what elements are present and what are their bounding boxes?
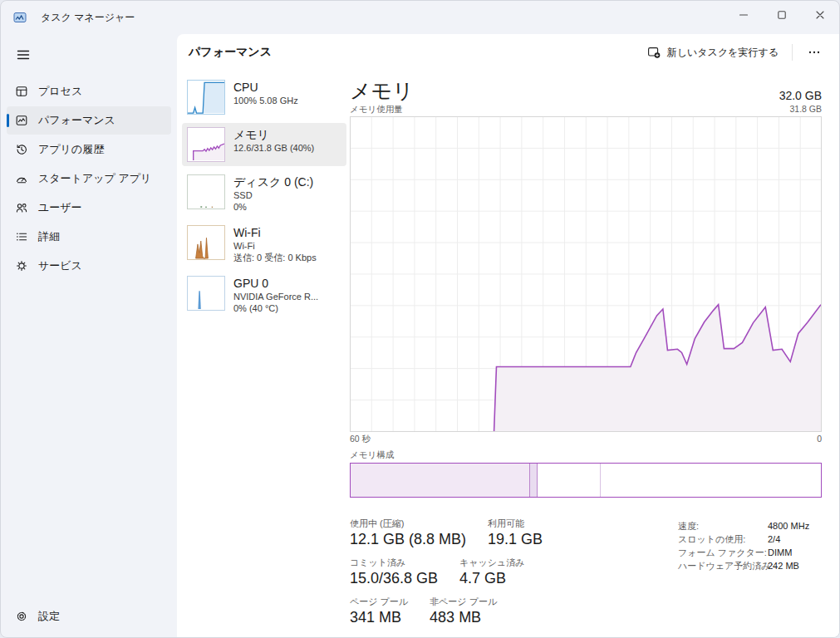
toolbar-divider [792,44,793,61]
perf-tile-cpu[interactable]: CPU 100% 5.08 GHz [182,76,346,119]
sidebar-item-label: ユーザー [38,200,82,215]
memory-composition-bar [350,463,822,498]
minimize-button[interactable] [725,1,763,29]
close-button[interactable] [801,1,839,29]
hardware-info: 速度: 4800 MHz スロットの使用: 2/4 フォーム ファクター: DI… [678,519,809,572]
memory-title: メモリ [350,79,414,102]
composition-segment-modified [530,464,538,497]
disk-mini-chart [187,174,225,209]
sidebar-item-users[interactable]: ユーザー [7,194,171,222]
stat-label: コミット済み [350,557,438,569]
tile-stat: 12.6/31.8 GB (40%) [233,142,314,154]
sidebar-item-services[interactable]: サービス [7,252,171,280]
task-manager-window: タスク マネージャー プロセス パフォーマンス [0,0,840,638]
sidebar-item-details[interactable]: 詳細 [7,223,171,251]
hw-form-factor: フォーム ファクター: DIMM [678,546,809,559]
hw-value: 2/4 [768,534,780,544]
stat-label: ページ プール [350,596,408,608]
memory-mini-chart [187,127,225,162]
tile-stat: Wi-Fi [233,240,317,252]
gpu-mini-chart [187,276,225,311]
memory-usage-chart [350,116,822,432]
close-icon [814,9,826,21]
content-panel: パフォーマンス 新しいタスクを実行する CPU [177,34,839,637]
hw-speed: 速度: 4800 MHz [678,519,809,532]
sidebar-item-label: アプリの履歴 [38,142,104,157]
perf-tile-disk[interactable]: ディスク 0 (C:) SSD 0% [182,170,346,217]
processes-icon [15,85,28,98]
sidebar-item-label: 設定 [38,609,60,624]
stat-in-use-compressed: 使用中 (圧縮) 12.1 GB (8.8 MB) [350,518,466,549]
speedometer-icon [15,172,28,185]
x-axis-right-label: 0 [817,434,822,444]
window-title: タスク マネージャー [41,11,135,25]
composition-segment-free [601,464,821,497]
stat-value: 483 MB [430,608,497,627]
content-header: パフォーマンス 新しいタスクを実行する [177,34,839,71]
window-controls [725,1,839,34]
tile-stat: 0% (40 °C) [233,302,318,314]
performance-tile-list: CPU 100% 5.08 GHz メモリ 12.6/31.8 GB (40%) [182,76,346,322]
perf-tile-memory[interactable]: メモリ 12.6/31.8 GB (40%) [182,123,346,166]
stat-available: 利用可能 19.1 GB [488,518,543,549]
composition-caption: メモリ構成 [350,449,822,460]
stat-label: キャッシュ済み [459,557,525,569]
sidebar: プロセス パフォーマンス アプリの履歴 スタートアップ アプリ ユーザー 詳細 … [1,34,177,637]
minimize-icon [738,9,749,21]
hw-value: 4800 MHz [768,521,809,531]
memory-detail-panel: メモリ 32.0 GB メモリ使用量 31.8 GB 60 秒 0 メモリ構成 [350,79,822,635]
stat-value: 19.1 GB [488,530,543,549]
sidebar-item-app-history[interactable]: アプリの履歴 [7,135,171,164]
perf-tile-gpu[interactable]: GPU 0 NVIDIA GeForce R... 0% (40 °C) [182,272,346,318]
sidebar-item-performance[interactable]: パフォーマンス [7,106,171,135]
memory-total-capacity: 32.0 GB [779,89,822,102]
hw-label: 速度: [678,520,761,532]
sidebar-item-label: 詳細 [38,229,60,244]
x-axis-left-label: 60 秒 [350,434,371,444]
tile-name: GPU 0 [233,276,318,291]
stat-non-paged-pool: 非ページ プール 483 MB [430,596,497,627]
tile-name: メモリ [233,127,314,142]
sidebar-item-label: パフォーマンス [38,113,115,128]
sidebar-item-processes[interactable]: プロセス [7,77,171,106]
users-icon [15,201,28,214]
hw-hardware-reserved: ハードウェア予約済み: 242 MB [678,559,809,572]
performance-icon [15,114,28,127]
sidebar-item-settings[interactable]: 設定 [7,602,171,631]
page-title: パフォーマンス [189,45,272,60]
stat-value: 341 MB [350,608,408,627]
maximize-button[interactable] [763,1,801,29]
tile-stat: 送信: 0 受信: 0 Kbps [233,252,317,263]
history-clock-icon [15,143,28,156]
sidebar-item-label: プロセス [38,84,82,99]
task-manager-icon [13,11,27,24]
settings-gear-icon [15,610,28,623]
tile-name: CPU [233,80,298,95]
sidebar-item-label: スタートアップ アプリ [38,171,151,186]
composition-segment-in-use [351,464,530,497]
titlebar: タスク マネージャー [1,1,839,34]
maximize-icon [776,9,788,21]
new-task-icon [647,46,661,59]
tile-stat: 100% 5.08 GHz [233,95,298,106]
nav-menu-button[interactable] [7,41,39,69]
list-icon [15,230,28,243]
stat-cached: キャッシュ済み 4.7 GB [459,557,525,588]
services-gear-icon [15,259,28,272]
sidebar-item-startup-apps[interactable]: スタートアップ アプリ [7,164,171,193]
stat-label: 非ページ プール [430,596,497,608]
run-new-task-button[interactable]: 新しいタスクを実行する [639,41,787,65]
cpu-mini-chart [187,80,225,115]
run-new-task-label: 新しいタスクを実行する [667,46,779,60]
tile-stat: 0% [233,201,313,213]
composition-segment-standby [538,464,601,497]
hamburger-icon [16,47,31,62]
more-options-button[interactable] [798,41,831,64]
tile-name: Wi-Fi [233,225,317,240]
ellipsis-icon [808,46,821,59]
stat-paged-pool: ページ プール 341 MB [350,596,408,627]
perf-tile-wifi[interactable]: Wi-Fi Wi-Fi 送信: 0 受信: 0 Kbps [182,221,346,267]
hw-value: 242 MB [768,561,799,571]
hw-label: スロットの使用: [678,533,761,546]
hw-value: DIMM [768,547,792,557]
